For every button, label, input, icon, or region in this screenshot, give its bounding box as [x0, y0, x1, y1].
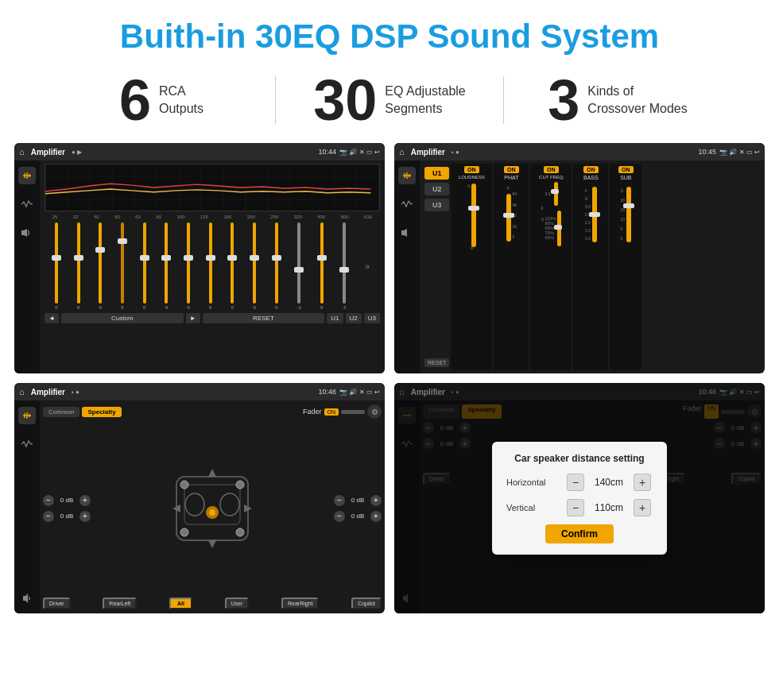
dialog-title: Car speaker distance setting — [506, 453, 653, 464]
confirm-button[interactable]: Confirm — [545, 524, 614, 543]
eq-custom-btn[interactable]: Custom — [61, 313, 184, 323]
eq-title: Amplifier — [31, 148, 65, 157]
svg-marker-17 — [23, 594, 28, 603]
eq-time: 10:44 — [319, 148, 337, 156]
eq-u2-btn[interactable]: U2 — [346, 313, 362, 323]
u2-btn[interactable]: U2 — [424, 183, 449, 195]
minus-rl[interactable]: − — [43, 511, 54, 522]
common-tab[interactable]: Common — [43, 407, 79, 417]
stat-number-crossover: 3 — [548, 72, 579, 129]
plus-fl[interactable]: + — [79, 495, 91, 506]
svg-marker-25 — [208, 540, 216, 548]
svg-rect-5 — [21, 230, 24, 235]
svg-point-28 — [180, 481, 188, 489]
side-icons-cr — [394, 160, 420, 373]
u1-btn[interactable]: U1 — [424, 167, 449, 180]
driver-btn[interactable]: Driver — [43, 598, 71, 609]
vertical-value: 110cm — [589, 502, 629, 513]
cr-time: 10:45 — [699, 148, 717, 156]
svg-marker-24 — [208, 469, 216, 477]
fd-title: Amplifier — [31, 388, 65, 396]
channel-phat: ON PHAT F 64 48 — [494, 164, 529, 370]
plus-fr[interactable]: + — [370, 495, 382, 506]
fd-time: 10:46 — [319, 388, 337, 396]
fd-eq-icon[interactable] — [18, 407, 36, 424]
specialty-tab[interactable]: Specialty — [82, 407, 121, 417]
horizontal-plus[interactable]: + — [634, 474, 651, 491]
minus-fr[interactable]: − — [334, 495, 345, 506]
db-control-fr: − 0 dB + — [334, 495, 382, 506]
stat-label-eq1: EQ Adjustable — [385, 83, 465, 100]
svg-point-30 — [180, 528, 188, 536]
screen-distance: ⌂ Amplifier ▪ ● 10:46 📷 🔊 ✕ ▭ ↩ Common S… — [394, 383, 765, 613]
stat-label-crossover2: Crossover Modes — [587, 100, 687, 118]
status-bar-fd: ⌂ Amplifier ▪ ● 10:46 📷 🔊 ✕ ▭ ↩ — [14, 383, 385, 400]
eq-sliders[interactable]: 0 0 0 5 0 0 0 0 0 0 0 -1 0 -1 » — [45, 222, 380, 310]
screen-fader: ⌂ Amplifier ▪ ● 10:46 📷 🔊 ✕ ▭ ↩ — [14, 383, 385, 613]
horizontal-row: Horizontal − 140cm + — [506, 474, 653, 491]
user-btn[interactable]: User — [225, 598, 250, 609]
fd-wave-icon[interactable] — [18, 435, 36, 453]
db-control-fl: − 0 dB + — [43, 495, 91, 506]
bottom-controls-fd: Driver RearLeft All User RearRight Copil… — [43, 598, 382, 609]
minus-rr[interactable]: − — [334, 511, 345, 522]
vertical-minus[interactable]: − — [567, 499, 584, 516]
channel-cutfreq: ON CUT FREQ FG 3.0 — [530, 164, 572, 370]
home-icon-cr: ⌂ — [399, 147, 405, 157]
eq-next-btn[interactable]: ► — [186, 313, 200, 323]
plus-rl[interactable]: + — [79, 511, 91, 522]
cr-wave-icon[interactable] — [398, 195, 416, 213]
eq-icon-active[interactable] — [18, 167, 36, 184]
wave-icon[interactable] — [18, 195, 36, 213]
settings-icon[interactable]: ⚙ — [367, 404, 382, 419]
svg-point-23 — [209, 509, 215, 516]
horizontal-minus[interactable]: − — [567, 474, 584, 491]
home-icon-fd: ⌂ — [19, 387, 25, 396]
minus-fl[interactable]: − — [43, 495, 54, 506]
eq-controls[interactable]: ◄ Custom ► RESET U1 U2 U3 — [45, 313, 380, 323]
screen-crossover: ⌂ Amplifier ▪ ● 10:45 📷 🔊 ✕ ▭ ↩ — [394, 143, 765, 373]
stat-eq: 30 EQ Adjustable Segments — [276, 72, 503, 129]
cr-title: Amplifier — [411, 148, 445, 157]
cr-status-icons: 📷 🔊 ✕ ▭ ↩ — [719, 149, 760, 156]
cr-main: U1 U2 U3 RESET ON LOUDNESS G — [420, 160, 765, 373]
u3-btn[interactable]: U3 — [424, 199, 449, 211]
side-icons-fd — [14, 400, 40, 613]
all-btn[interactable]: All — [169, 598, 192, 609]
cr-reset-btn[interactable]: RESET — [424, 358, 449, 367]
eq-freq-labels: 253240506380100125160200250320400500630 — [45, 215, 380, 219]
vertical-plus[interactable]: + — [634, 499, 651, 516]
eq-status-icons: 📷 🔊 ✕ ▭ ↩ — [339, 149, 380, 156]
fd-main: Common Specialty Fader ON ⚙ − 0 dB + — [40, 400, 385, 613]
eq-prev-btn[interactable]: ◄ — [45, 313, 59, 323]
svg-marker-4 — [24, 229, 27, 237]
stat-number-rca: 6 — [119, 72, 151, 129]
side-icons-eq — [14, 160, 40, 373]
cr-speaker-icon[interactable] — [398, 224, 416, 242]
copilot-btn[interactable]: Copilot — [351, 598, 382, 609]
channel-bass: ON BASS FG3.02.52.01.51.0 — [573, 164, 608, 370]
eq-u1-btn[interactable]: U1 — [327, 313, 343, 323]
channel-sub: ON SUB G20151050 — [610, 164, 641, 370]
horizontal-label: Horizontal — [506, 478, 562, 487]
rear-left-btn[interactable]: RearLeft — [103, 598, 137, 609]
stat-rca: 6 RCA Outputs — [48, 72, 275, 129]
stat-label-eq2: Segments — [385, 100, 465, 118]
cr-eq-icon[interactable] — [398, 167, 416, 184]
eq-reset-btn[interactable]: RESET — [203, 313, 325, 323]
rear-right-btn[interactable]: RearRight — [281, 598, 320, 609]
screens-grid: ⌂ Amplifier ● ▶ 10:44 📷 🔊 ✕ ▭ ↩ — [0, 143, 779, 621]
stat-label-rca1: RCA — [159, 83, 203, 100]
vertical-row: Vertical − 110cm + — [506, 499, 653, 516]
screen-eq: ⌂ Amplifier ● ▶ 10:44 📷 🔊 ✕ ▭ ↩ — [14, 143, 385, 373]
fd-vol-icon[interactable] — [18, 590, 36, 607]
speaker-icon[interactable] — [18, 224, 36, 242]
eq-u3-btn[interactable]: U3 — [364, 313, 380, 323]
db-control-rr: − 0 dB + — [334, 511, 382, 522]
channel-loudness: ON LOUDNESS G 0 — [451, 164, 492, 370]
plus-rr[interactable]: + — [370, 511, 382, 522]
dialog-overlay: Car speaker distance setting Horizontal … — [394, 383, 765, 613]
eq-graph — [45, 164, 380, 211]
car-diagram — [94, 422, 331, 594]
page-title: Buith-in 30EQ DSP Sound System — [0, 0, 779, 64]
